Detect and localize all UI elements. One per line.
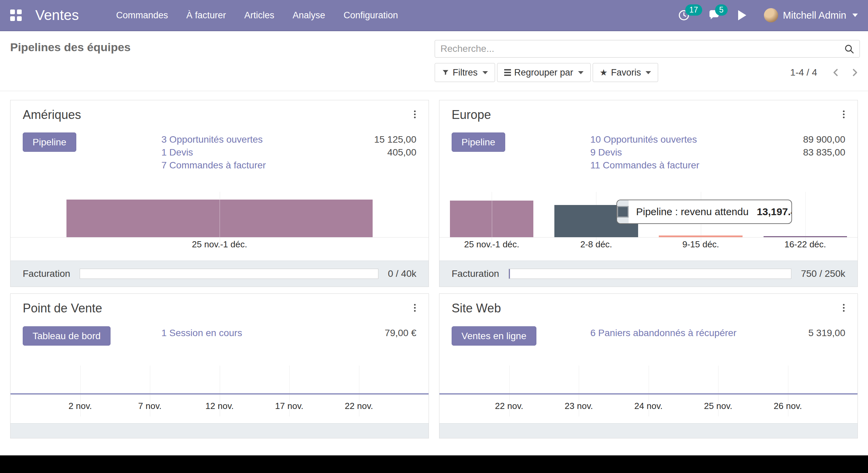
chevron-down-icon xyxy=(482,71,488,74)
tooltip-swatch xyxy=(617,200,629,223)
dashboard-button[interactable]: Tableau de bord xyxy=(23,326,111,346)
menu-item-a-facturer[interactable]: À facturer xyxy=(186,10,226,21)
filter-button-row: Filtres Regrouper par ★ Favoris xyxy=(435,63,658,82)
dashboard: Amériques Pipeline 3 Opportunités ouvert… xyxy=(0,91,868,438)
pipeline-button[interactable]: Pipeline xyxy=(23,132,76,152)
team-card-europe: Europe Pipeline 10 Opportunités ouvertes… xyxy=(439,100,858,287)
activities-badge: 17 xyxy=(685,4,702,16)
bottom-letterbox xyxy=(0,455,868,473)
menu-item-commandes[interactable]: Commandes xyxy=(116,10,168,21)
stat-amounts: 15 125,00 405,00 xyxy=(374,133,416,159)
stat-links: 10 Opportunités ouvertes 9 Devis 11 Comm… xyxy=(590,133,699,172)
card-footer xyxy=(439,423,857,438)
chevron-down-icon xyxy=(578,71,584,74)
app-brand[interactable]: Ventes xyxy=(35,7,79,23)
card-title: Europe xyxy=(452,108,491,122)
link-opportunites[interactable]: 3 Opportunités ouvertes xyxy=(161,133,266,146)
link-paniers-abandonnes[interactable]: 6 Paniers abandonnés à récupérer xyxy=(590,327,736,340)
link-opportunites[interactable]: 10 Opportunités ouvertes xyxy=(590,133,699,146)
stat-amounts: 89 900,00 83 835,00 xyxy=(803,133,845,159)
activity-clock-icon[interactable]: 17 xyxy=(678,9,690,21)
link-commandes-a-facturer[interactable]: 11 Commandes à facturer xyxy=(590,159,699,172)
tooltip-value: 13,197.40 xyxy=(757,206,792,218)
facturation-progress xyxy=(509,269,791,279)
facturation-value: 0 / 40k xyxy=(388,268,416,279)
facturation-footer: Facturation 750 / 250k xyxy=(439,261,857,287)
kebab-menu-icon[interactable] xyxy=(841,302,847,314)
stat-links: 6 Paniers abandonnés à récupérer xyxy=(590,327,736,340)
stat-amounts: 79,00 € xyxy=(385,327,416,340)
avatar xyxy=(764,8,778,22)
pager-text: 1-4 / 4 xyxy=(790,67,817,78)
stat-amounts: 5 319,00 xyxy=(808,327,845,340)
facturation-value: 750 / 250k xyxy=(801,268,845,279)
menu-item-articles[interactable]: Articles xyxy=(244,10,275,21)
filters-button[interactable]: Filtres xyxy=(435,63,495,82)
link-devis[interactable]: 1 Devis xyxy=(161,146,266,159)
card-title: Site Web xyxy=(452,301,501,315)
pager-next-icon[interactable] xyxy=(850,67,860,78)
messages-icon[interactable]: 5 xyxy=(708,9,721,21)
user-menu[interactable]: Mitchell Admin xyxy=(764,8,858,22)
card-title: Amériques xyxy=(23,108,81,122)
group-by-icon xyxy=(504,69,511,76)
card-title: Point de Vente xyxy=(23,301,102,315)
apps-grid-icon[interactable] xyxy=(10,9,22,21)
play-icon[interactable] xyxy=(738,10,746,20)
team-card-point-de-vente: Point de Vente Tableau de bord 1 Session… xyxy=(10,293,429,438)
kebab-menu-icon[interactable] xyxy=(412,302,418,314)
messages-badge: 5 xyxy=(715,4,728,16)
search-input[interactable] xyxy=(435,40,860,57)
main-menu: Commandes À facturer Articles Analyse Co… xyxy=(116,10,398,21)
kebab-menu-icon[interactable] xyxy=(412,108,418,120)
pipeline-bar-chart[interactable]: 25 nov.-1 déc. xyxy=(11,192,429,252)
stat-links: 1 Session en cours xyxy=(161,327,242,340)
facturation-line-chart[interactable]: 22 nov.23 nov.24 nov.25 nov.26 nov. xyxy=(439,366,857,420)
search-icon[interactable] xyxy=(844,44,855,56)
tooltip-label: Pipeline : revenu attendu xyxy=(636,206,749,218)
chart-tooltip: Pipeline : revenu attendu 13,197.40 xyxy=(616,200,792,224)
stat-links: 3 Opportunités ouvertes 1 Devis 7 Comman… xyxy=(161,133,266,172)
top-navbar: Ventes Commandes À facturer Articles Ana… xyxy=(0,0,868,31)
chevron-down-icon xyxy=(852,14,858,17)
page-title: Pipelines des équipes xyxy=(10,41,131,54)
group-by-button[interactable]: Regrouper par xyxy=(497,63,591,82)
control-panel: Pipelines des équipes Filtres Regrouper … xyxy=(0,31,868,91)
kebab-menu-icon[interactable] xyxy=(841,108,847,120)
facturation-line-chart[interactable]: 2 nov.7 nov.12 nov.17 nov.22 nov. xyxy=(11,366,429,420)
link-commandes-a-facturer[interactable]: 7 Commandes à facturer xyxy=(161,159,266,172)
chevron-down-icon xyxy=(646,71,651,74)
pager: 1-4 / 4 xyxy=(790,63,860,82)
menu-item-configuration[interactable]: Configuration xyxy=(343,10,398,21)
card-footer xyxy=(11,423,429,438)
team-card-site-web: Site Web Ventes en ligne 6 Paniers aband… xyxy=(439,293,858,438)
facturation-label: Facturation xyxy=(452,268,499,279)
facturation-progress xyxy=(80,269,378,279)
user-name: Mitchell Admin xyxy=(783,10,846,21)
search-box xyxy=(435,40,860,58)
link-session-en-cours[interactable]: 1 Session en cours xyxy=(161,327,242,340)
menu-item-analyse[interactable]: Analyse xyxy=(293,10,325,21)
pipeline-button[interactable]: Pipeline xyxy=(452,132,505,152)
filter-funnel-icon xyxy=(442,69,449,76)
link-devis[interactable]: 9 Devis xyxy=(590,146,699,159)
team-card-ameriques: Amériques Pipeline 3 Opportunités ouvert… xyxy=(10,100,429,287)
facturation-footer: Facturation 0 / 40k xyxy=(11,261,429,287)
favorites-button[interactable]: ★ Favoris xyxy=(593,63,658,82)
facturation-label: Facturation xyxy=(23,268,70,279)
pager-prev-icon[interactable] xyxy=(831,67,841,78)
systray: 17 5 Mitchell Admin xyxy=(678,8,858,22)
online-sales-button[interactable]: Ventes en ligne xyxy=(452,326,536,346)
favorites-star-icon: ★ xyxy=(600,68,608,77)
